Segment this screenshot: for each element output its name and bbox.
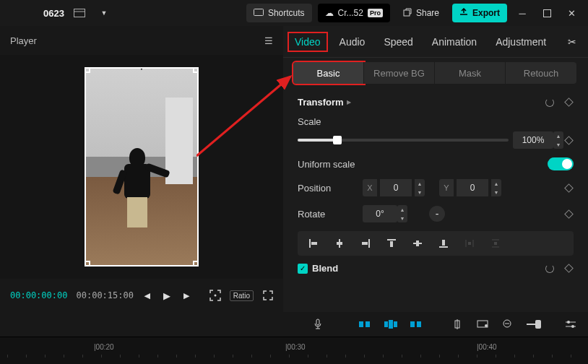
prev-frame-button[interactable]: ▶ [142, 287, 153, 303]
inspector-body: Transform ▶ Scale 100% ▲▼ [283, 85, 588, 312]
svg-rect-30 [394, 321, 397, 327]
shortcuts-button[interactable]: Shortcuts [246, 4, 312, 22]
chevron-right-icon[interactable]: ▶ [347, 99, 351, 105]
keyframe-icon[interactable] [563, 98, 574, 108]
svg-rect-4 [543, 9, 550, 17]
tab-animation[interactable]: Animation [431, 33, 478, 51]
svg-point-42 [571, 325, 574, 328]
tab-audio[interactable]: Audio [338, 33, 367, 51]
focus-icon[interactable] [209, 287, 221, 303]
export-label: Export [472, 8, 500, 18]
tab-cut-icon[interactable]: ✂ [566, 33, 578, 51]
maximize-button[interactable] [537, 4, 556, 22]
position-x-field[interactable]: 0 [380, 179, 412, 196]
mirror-button[interactable]: - [429, 206, 445, 222]
subtab-mask[interactable]: Mask [435, 62, 506, 84]
subtab-remove-bg[interactable]: Remove BG [364, 62, 435, 84]
tab-speed[interactable]: Speed [382, 33, 414, 51]
export-button[interactable]: Export [452, 4, 507, 22]
distribute-h-icon [458, 234, 481, 253]
reset-icon[interactable] [545, 98, 555, 108]
keyframe-icon[interactable] [563, 264, 574, 274]
scale-stepper[interactable]: ▲▼ [553, 131, 563, 149]
scale-value[interactable]: 100% [513, 131, 553, 149]
tool-clip1-icon[interactable] [358, 316, 372, 332]
crop-handle[interactable] [193, 67, 199, 73]
tool-clip3-icon[interactable] [409, 316, 423, 332]
blend-checkbox[interactable]: ✓ [298, 264, 308, 274]
minimize-button[interactable]: ─ [513, 4, 532, 22]
align-left-icon[interactable] [302, 234, 325, 253]
next-frame-button[interactable]: ▶ [181, 287, 192, 303]
pro-badge: Pro [368, 9, 383, 17]
svg-rect-10 [337, 242, 342, 245]
transform-title: Transform [298, 97, 344, 108]
keyframe-icon[interactable] [563, 135, 574, 145]
tab-video[interactable]: Video [287, 32, 328, 52]
timecode-current: 00:00:00:00 [10, 290, 67, 300]
svg-rect-18 [442, 240, 445, 246]
crop-handle[interactable] [85, 67, 90, 73]
mic-icon[interactable] [311, 316, 324, 332]
subtab-basic[interactable]: Basic [293, 62, 364, 84]
position-y-field[interactable]: 0 [457, 179, 488, 196]
player-viewport[interactable]: ▼ [0, 55, 283, 279]
align-right-icon[interactable] [354, 234, 377, 253]
play-button[interactable]: ▶ [162, 287, 173, 303]
player-title: Player [10, 35, 37, 46]
tool-zoom-fit-icon[interactable] [501, 316, 515, 332]
player-controls: 00:00:00:00 00:00:15:00 ▶ ▶ ▶ Ratio [0, 279, 283, 312]
svg-rect-26 [359, 321, 363, 327]
tool-screen-icon[interactable] [476, 316, 490, 332]
rotate-stepper[interactable]: ▲▼ [397, 205, 407, 222]
scale-slider[interactable] [298, 133, 509, 147]
svg-rect-27 [366, 321, 370, 327]
player-panel: Player ☰ ▼ [0, 26, 283, 312]
fullscreen-icon[interactable] [262, 287, 273, 303]
keyframe-icon[interactable] [563, 209, 574, 219]
align-top-icon[interactable] [380, 234, 403, 253]
svg-rect-24 [494, 242, 497, 245]
pos-y-stepper[interactable]: ▲▼ [491, 179, 501, 196]
align-bottom-icon[interactable] [432, 234, 455, 253]
position-label: Position [298, 183, 363, 194]
transform-section-header: Transform ▶ [298, 97, 574, 108]
rotate-row: Rotate 0° ▲▼ - [298, 205, 574, 222]
keyframe-icon[interactable] [563, 183, 574, 193]
tool-settings-icon[interactable] [564, 316, 578, 332]
svg-rect-31 [410, 321, 415, 327]
blend-section-header: ✓ Blend [298, 263, 574, 274]
tool-clip2-icon[interactable] [384, 316, 397, 332]
distribute-v-icon [484, 234, 507, 253]
tab-adjustment[interactable]: Adjustment [494, 33, 548, 51]
project-name: 0623 [43, 8, 64, 19]
timeline[interactable]: |00:20 |00:30 |00:40 [0, 337, 588, 364]
close-button[interactable]: ✕ [562, 4, 581, 22]
tool-slider-icon[interactable] [527, 316, 541, 332]
timeline-tick: |00:30 [285, 343, 306, 351]
player-menu-icon[interactable]: ☰ [264, 35, 273, 46]
player-header: Player ☰ [0, 26, 283, 55]
rotate-value[interactable]: 0° [363, 205, 397, 222]
align-center-v-icon[interactable] [406, 234, 429, 253]
reset-icon[interactable] [545, 264, 555, 274]
svg-rect-25 [316, 319, 319, 325]
rotate-handle[interactable]: ▼ [137, 67, 147, 72]
dropdown-icon[interactable]: ▼ [95, 4, 113, 22]
layout-icon[interactable] [70, 4, 89, 22]
inspector-tabs: Video Audio Speed Animation Adjustment ✂ [283, 26, 588, 58]
crop-handle[interactable] [85, 261, 90, 266]
cloud-project-button[interactable]: ☁ Cr...52 Pro [318, 4, 390, 22]
ratio-button[interactable]: Ratio [230, 290, 254, 301]
video-preview[interactable]: ▼ [85, 67, 199, 266]
svg-rect-0 [74, 9, 85, 17]
share-button[interactable]: Share [396, 4, 446, 22]
crop-handle[interactable] [193, 261, 199, 266]
share-icon [403, 8, 412, 19]
tool-marker-icon[interactable] [450, 316, 464, 332]
pos-x-stepper[interactable]: ▲▼ [415, 179, 425, 196]
subtab-retouch[interactable]: Retouch [506, 62, 576, 84]
align-center-h-icon[interactable] [328, 234, 351, 253]
sub-tabs: Basic Remove BG Mask Retouch [283, 58, 588, 85]
uniform-scale-toggle[interactable] [548, 157, 574, 170]
